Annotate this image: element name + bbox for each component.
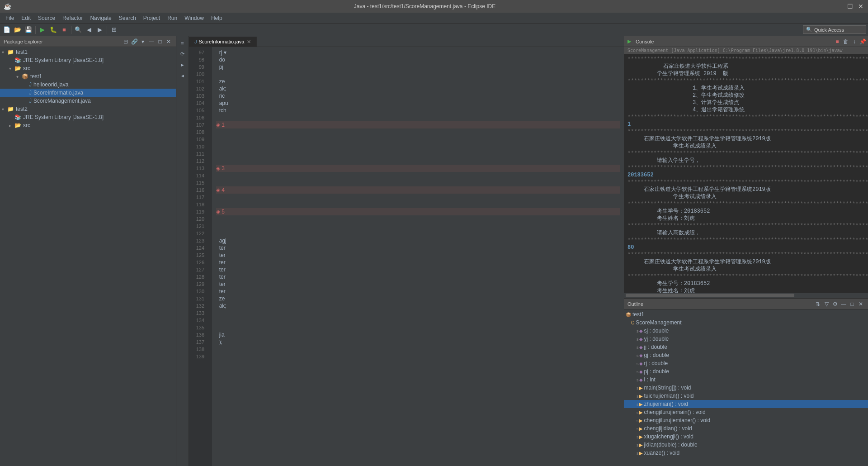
- collapse-all-icon[interactable]: ⊟: [122, 38, 129, 45]
- close-panel-icon[interactable]: ✕: [165, 38, 172, 45]
- tree-item-5[interactable]: J ScoreInformatio.java: [0, 89, 176, 97]
- code-line-124: ter: [216, 244, 620, 252]
- outline-item-7[interactable]: s◆ pj : double: [624, 367, 868, 376]
- console-line-25: ****************************************…: [627, 222, 868, 229]
- tree-item-4[interactable]: J helloeorld.java: [0, 81, 176, 89]
- editor-view[interactable]: 9798991001011021031041051061071081091101…: [189, 47, 624, 466]
- lt-btn-1[interactable]: ≡: [178, 38, 188, 48]
- line-number-128: 128: [189, 273, 204, 281]
- tree-item-0[interactable]: ▾ 📁 test1: [0, 48, 176, 56]
- link-editor-icon[interactable]: 🔗: [131, 38, 138, 45]
- minimize-panel-icon[interactable]: —: [148, 38, 155, 45]
- tree-item-label: JRE System Library [JavaSE-1.8]: [23, 114, 104, 120]
- tree-item-3[interactable]: ▾ 📦 test1: [0, 72, 176, 81]
- new-button[interactable]: 📄: [2, 25, 12, 35]
- forward-button[interactable]: ▶: [95, 25, 105, 35]
- open-button[interactable]: 📂: [13, 25, 23, 35]
- line-number-133: 133: [189, 309, 204, 317]
- outline-item-5[interactable]: s◆ gj : double: [624, 351, 868, 359]
- menu-search[interactable]: Search: [115, 13, 140, 23]
- search-tb-button[interactable]: 🔍: [73, 25, 83, 35]
- save-button[interactable]: 💾: [24, 25, 33, 35]
- outline-header: Outline ⇅ ▽ ⚙ — □ ✕: [624, 299, 868, 309]
- menu-help[interactable]: Help: [208, 13, 226, 23]
- lt-btn-3[interactable]: ▸: [178, 60, 188, 70]
- line-number-99: 99: [189, 63, 204, 71]
- quick-access-label: Quick Access: [814, 27, 844, 33]
- line-number-124: 124: [189, 244, 204, 252]
- code-line-125: ter: [216, 252, 620, 259]
- menu-window[interactable]: Window: [181, 13, 208, 23]
- outline-item-9[interactable]: s▶ main(String[]) : void: [624, 384, 868, 392]
- outline-sort-icon[interactable]: ⇅: [814, 300, 821, 308]
- menu-file[interactable]: File: [2, 13, 18, 23]
- outline-item-11[interactable]: s▶ zhujiemian() : void: [624, 400, 868, 408]
- console-clear-icon[interactable]: 🗑: [842, 38, 849, 45]
- outline-item-6[interactable]: s◆ rj : double: [624, 359, 868, 367]
- outline-item-14[interactable]: s▶ chengjijidian() : void: [624, 424, 868, 433]
- perspective-button[interactable]: ⊞: [109, 25, 119, 35]
- editor-tab-active[interactable]: J ScoreInformatio.java ✕: [189, 37, 257, 47]
- quick-access-input[interactable]: 🔍 Quick Access: [803, 25, 866, 34]
- outline-item-4[interactable]: s◆ jj : double: [624, 343, 868, 351]
- outline-item-icon: s▶: [637, 394, 643, 399]
- outline-item-1[interactable]: C ScoreManagement: [624, 319, 868, 327]
- maximize-panel-icon[interactable]: □: [156, 38, 164, 45]
- console-stop-icon[interactable]: ■: [834, 38, 841, 45]
- minimize-button[interactable]: —: [835, 3, 843, 10]
- outline-item-icon: s▶: [637, 434, 643, 439]
- outline-item-label: xiugaichengji() : void: [644, 433, 693, 440]
- outline-settings-icon[interactable]: ⚙: [831, 300, 839, 308]
- debug-button[interactable]: 🐛: [48, 25, 58, 35]
- run-button[interactable]: ▶: [38, 25, 47, 35]
- outline-item-13[interactable]: s▶ chengjilurujiemianer() : void: [624, 416, 868, 424]
- tree-item-2[interactable]: ▾ 📂 src: [0, 64, 176, 72]
- code-line-114: [216, 172, 620, 179]
- outline-item-icon: s◆: [637, 337, 643, 342]
- stop-button[interactable]: ■: [59, 25, 69, 35]
- outline-filter-icon[interactable]: ▽: [823, 300, 830, 308]
- outline-minimize-icon[interactable]: —: [840, 300, 847, 308]
- menu-project[interactable]: Project: [140, 13, 164, 23]
- tree-item-9[interactable]: ▸ 📂 src: [0, 121, 176, 129]
- outline-item-0[interactable]: 📦 test1: [624, 310, 868, 319]
- back-button[interactable]: ◀: [84, 25, 94, 35]
- outline-item-icon: s▶: [637, 442, 643, 447]
- tree-item-1[interactable]: 📚 JRE System Library [JavaSE-1.8]: [0, 56, 176, 64]
- view-menu-icon[interactable]: ▾: [139, 38, 146, 45]
- console-line-33: ****************************************…: [627, 273, 868, 280]
- outline-item-3[interactable]: s◆ yj : double: [624, 335, 868, 343]
- outline-item-icon: s▶: [637, 402, 643, 407]
- console-content[interactable]: ****************************************…: [624, 54, 868, 293]
- tree-item-8[interactable]: 📚 JRE System Library [JavaSE-1.8]: [0, 113, 176, 121]
- menu-navigate[interactable]: Navigate: [86, 13, 115, 23]
- outline-item-label: test1: [632, 311, 644, 318]
- tree-item-7[interactable]: ▾ 📁 test2: [0, 105, 176, 113]
- close-tab-icon[interactable]: ✕: [247, 39, 251, 45]
- outline-item-12[interactable]: s▶ chengjilurujiemain() : void: [624, 408, 868, 416]
- code-content[interactable]: rj ▾ do pj ze ak; ric apu tch◈ 1◈ 3◈ 4◈ …: [212, 47, 624, 466]
- maximize-button[interactable]: ☐: [846, 3, 854, 10]
- menu-source[interactable]: Source: [34, 13, 59, 23]
- outline-item-8[interactable]: s◆ i : int: [624, 376, 868, 384]
- outline-item-2[interactable]: s◆ sj : double: [624, 327, 868, 335]
- outline-item-label: i : int: [644, 376, 656, 383]
- menu-run[interactable]: Run: [164, 13, 181, 23]
- outline-item-15[interactable]: s▶ xiugaichengji() : void: [624, 433, 868, 441]
- outline-maximize-icon[interactable]: □: [849, 300, 856, 308]
- outline-item-16[interactable]: s▶ jidian(double) : double: [624, 441, 868, 449]
- outline-item-10[interactable]: s▶ tuichujiemian() : void: [624, 392, 868, 400]
- lt-btn-2[interactable]: ⟳: [178, 49, 188, 59]
- console-scroll-icon[interactable]: ↓: [851, 38, 858, 45]
- menu-edit[interactable]: Edit: [18, 13, 34, 23]
- outline-item-icon: s◆: [637, 369, 643, 374]
- tree-expand-icon: ▾: [9, 66, 14, 71]
- menu-refactor[interactable]: Refactor: [59, 13, 86, 23]
- lt-btn-4[interactable]: ◂: [178, 71, 188, 81]
- console-pin-icon[interactable]: 📌: [859, 38, 867, 45]
- outline-item-17[interactable]: s▶ xuanze() : void: [624, 449, 868, 457]
- close-button[interactable]: ✕: [857, 3, 864, 10]
- code-line-104: apu: [216, 100, 620, 107]
- tree-item-6[interactable]: J ScoreManagement.java: [0, 97, 176, 105]
- outline-close-icon[interactable]: ✕: [857, 300, 864, 308]
